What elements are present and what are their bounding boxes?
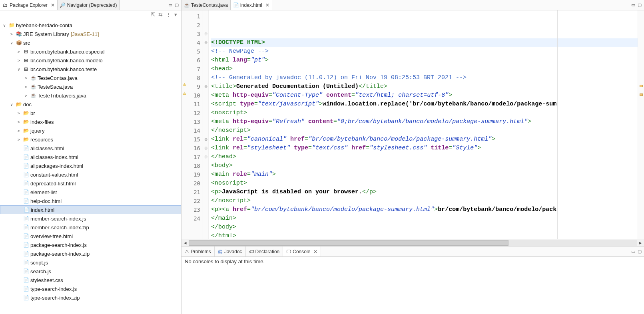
tree-pkg-teste[interactable]: ∨⊞br.com.bytebank.banco.teste: [0, 65, 181, 74]
maximize-view-icon[interactable]: ▢: [638, 249, 642, 254]
fold-toggle-icon[interactable]: ⊖: [203, 144, 208, 153]
fold-toggle-icon[interactable]: ⊖: [203, 153, 208, 161]
code-line[interactable]: <link rel="canonical" href="br/com/byteb…: [211, 135, 638, 144]
tree-cu-saca[interactable]: >☕TesteSaca.java: [0, 82, 181, 91]
code-line[interactable]: <!DOCTYPE HTML>: [211, 38, 638, 47]
code-line[interactable]: <p>JavaScript is disabled on your browse…: [211, 188, 638, 197]
code-line[interactable]: <html lang="pt">: [211, 56, 638, 65]
code-line[interactable]: </noscript>: [211, 126, 638, 135]
tree-file[interactable]: 📄allclasses.html: [0, 144, 181, 153]
code-line[interactable]: </body>: [211, 223, 638, 232]
tree-file[interactable]: 📄allpackages-index.html: [0, 161, 181, 170]
project-tree[interactable]: ∨📁bytebank-herdado-conta>📚JRE System Lib…: [0, 19, 181, 314]
code-line[interactable]: <link rel="stylesheet" type="text/css" h…: [211, 144, 638, 153]
overview-ruler[interactable]: [638, 10, 644, 239]
tree-cu-contas[interactable]: >☕TesteContas.java: [0, 74, 181, 82]
filter-icon[interactable]: ⋮: [166, 12, 171, 18]
code-line[interactable]: <script type="text/javascript">window.lo…: [211, 100, 638, 109]
code-line[interactable]: <noscript>: [211, 179, 638, 188]
tree-file[interactable]: 📄stylesheet.css: [0, 276, 181, 284]
tree-file[interactable]: 📄member-search-index.js: [0, 214, 181, 223]
twisty-icon[interactable]: >: [16, 120, 22, 124]
tree-file[interactable]: 📄type-search-index.zip: [0, 293, 181, 302]
tree-doc-br[interactable]: >📂br: [0, 109, 181, 117]
fold-toggle-icon[interactable]: ⊖: [203, 30, 208, 38]
scroll-right-icon[interactable]: ▸: [637, 240, 644, 246]
twisty-icon[interactable]: ∨: [16, 67, 22, 72]
close-icon[interactable]: ✕: [313, 249, 317, 254]
tree-file[interactable]: 📄index.html: [0, 205, 181, 214]
tab-console[interactable]: 🖵Console✕: [283, 246, 321, 256]
tree-doc[interactable]: ∨📂doc: [0, 100, 181, 109]
twisty-icon[interactable]: >: [23, 93, 29, 98]
tab-problems[interactable]: ⚠Problems: [181, 246, 215, 256]
tree-file[interactable]: 📄help-doc.html: [0, 197, 181, 205]
tab-navigator[interactable]: 🔎 Navigator (Deprecated): [58, 0, 120, 10]
text-editor[interactable]: ⚠⚠ 1234567891011121314151617181920212223…: [181, 10, 644, 239]
fold-toggle-icon[interactable]: ⊖: [203, 135, 208, 144]
tree-file[interactable]: 📄script.js: [0, 258, 181, 267]
code-line[interactable]: </noscript>: [211, 197, 638, 205]
code-line[interactable]: <title>Generated Documentation (Untitled…: [211, 82, 638, 91]
editor-tab-index[interactable]: 📄 index.html ✕: [231, 0, 272, 10]
tab-package-explorer[interactable]: 🗂 Package Explorer ✕: [0, 0, 58, 10]
code-line[interactable]: <meta http-equiv="Content-Type" content=…: [211, 91, 638, 100]
tree-file[interactable]: 📄package-search-index.js: [0, 240, 181, 249]
scroll-thumb[interactable]: [189, 240, 508, 246]
tree-jre[interactable]: >📚JRE System Library [JavaSE-11]: [0, 30, 181, 38]
maximize-editor-icon[interactable]: ▢: [638, 2, 642, 8]
code-line[interactable]: <head>: [211, 65, 638, 74]
tree-file[interactable]: 📄search.js: [0, 267, 181, 276]
code-line[interactable]: </head>: [211, 153, 638, 161]
code-line[interactable]: <!-- NewPage -->: [211, 47, 638, 56]
close-icon[interactable]: ✕: [51, 2, 55, 8]
code-line[interactable]: </main>: [211, 214, 638, 223]
fold-toggle-icon[interactable]: ⊖: [203, 82, 208, 91]
collapse-all-icon[interactable]: ⇱: [151, 12, 155, 18]
twisty-icon[interactable]: >: [16, 111, 22, 115]
twisty-icon[interactable]: ∨: [9, 102, 14, 107]
code-line[interactable]: <meta http-equiv="Refresh" content="0;br…: [211, 117, 638, 126]
warning-marker-icon[interactable]: ⚠: [182, 82, 187, 87]
tree-file[interactable]: 📄overview-tree.html: [0, 232, 181, 240]
twisty-icon[interactable]: >: [23, 76, 29, 80]
link-editor-icon[interactable]: ⇆: [158, 12, 163, 18]
tab-declaration[interactable]: 🏷Declaration: [246, 246, 283, 256]
code-line[interactable]: <main role="main">: [211, 170, 638, 179]
scroll-track[interactable]: [189, 240, 637, 246]
twisty-icon[interactable]: ∨: [2, 23, 7, 28]
tree-src[interactable]: ∨📦src: [0, 38, 181, 47]
scroll-left-icon[interactable]: ◂: [181, 240, 189, 246]
twisty-icon[interactable]: >: [16, 137, 22, 142]
warning-marker-icon[interactable]: [640, 85, 643, 87]
minimize-view-icon[interactable]: ▭: [631, 249, 635, 254]
view-menu-icon[interactable]: ▾: [174, 12, 177, 18]
tree-cu-trib[interactable]: >☕TesteTributaveis.java: [0, 91, 181, 100]
tree-project[interactable]: ∨📁bytebank-herdado-conta: [0, 21, 181, 30]
tab-javadoc[interactable]: @Javadoc: [215, 246, 246, 256]
code-content[interactable]: <!DOCTYPE HTML><!-- NewPage --><html lan…: [209, 10, 638, 239]
twisty-icon[interactable]: >: [16, 58, 22, 63]
editor-tab-testecontas[interactable]: ☕ TesteContas.java: [181, 0, 231, 10]
warning-marker-icon[interactable]: [640, 93, 643, 96]
tree-doc-indexfiles[interactable]: >📂index-files: [0, 117, 181, 126]
tree-file[interactable]: 📄member-search-index.zip: [0, 223, 181, 232]
tree-pkg-especial[interactable]: >⊞br.com.bytebank.banco.especial: [0, 47, 181, 56]
tree-pkg-modelo[interactable]: >⊞br.com.bytebank.banco.modelo: [0, 56, 181, 65]
code-line[interactable]: <noscript>: [211, 109, 638, 117]
twisty-icon[interactable]: ∨: [9, 41, 14, 45]
tree-file[interactable]: 📄constant-values.html: [0, 170, 181, 179]
minimize-editor-icon[interactable]: ▭: [631, 2, 635, 8]
tree-file[interactable]: 📄deprecated-list.html: [0, 179, 181, 188]
tree-file[interactable]: 📄allclasses-index.html: [0, 153, 181, 161]
tree-file[interactable]: 📄package-search-index.zip: [0, 249, 181, 258]
maximize-view-icon[interactable]: ▢: [175, 2, 179, 8]
fold-toggle-icon[interactable]: ⊖: [203, 38, 208, 47]
twisty-icon[interactable]: >: [23, 85, 29, 89]
tree-file[interactable]: 📄type-search-index.js: [0, 284, 181, 293]
twisty-icon[interactable]: >: [16, 129, 22, 133]
code-line[interactable]: <body>: [211, 161, 638, 170]
code-line[interactable]: <!-- Generated by javadoc (11.0.12) on F…: [211, 74, 638, 82]
tree-doc-resources[interactable]: >📂resources: [0, 135, 181, 144]
folding-ruler[interactable]: ⊖⊖⊖⊖⊖⊖: [203, 10, 209, 239]
